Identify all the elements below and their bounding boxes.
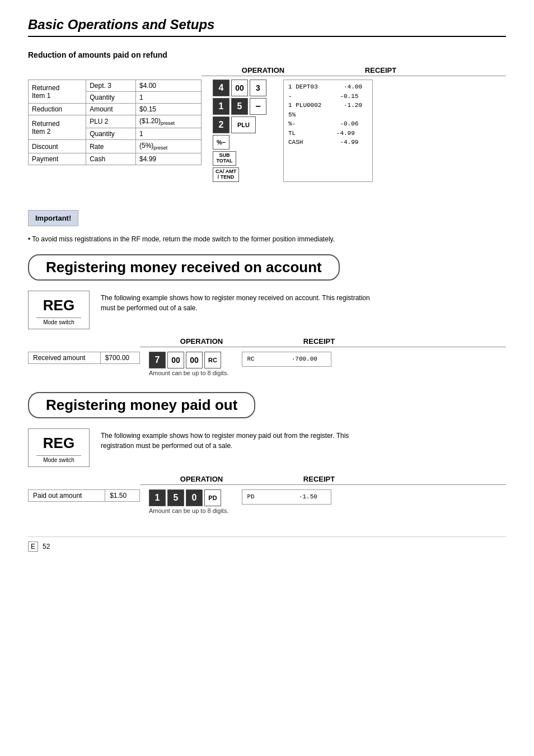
mode-switch-paid: Mode switch (36, 455, 81, 463)
reg-desc-row-paid: REG Mode switch The following example sh… (28, 428, 506, 467)
reg-box-paid: REG Mode switch (28, 428, 90, 467)
reduction-table: ReturnedItem 1 Dept. 3 $4.00 Quantity 1 … (28, 80, 202, 165)
receipt-label: RECEIPT (325, 66, 437, 74)
important-note: • To avoid miss registrations in the RF … (28, 235, 506, 243)
key-7: 7 (149, 352, 166, 368)
page-label: E (28, 542, 38, 552)
reduction-content: ReturnedItem 1 Dept. 3 $4.00 Quantity 1 … (28, 80, 506, 182)
key-rc: RC (204, 352, 221, 368)
key-00a: 00 (167, 352, 184, 368)
key-2: 2 (213, 116, 229, 133)
key-pct-minus: %− (213, 135, 229, 150)
money-received-op-label: OPERATION (140, 337, 263, 346)
reg-label-paid: REG (36, 435, 81, 452)
page-title: Basic Operations and Setups (28, 17, 506, 37)
table-row: Reduction Amount $0.15 (29, 104, 202, 115)
money-paid-op-row: Paid out amount $1.50 1 5 0 PD Amount ca… (28, 489, 506, 514)
amount-note-received: Amount can be up to 8 digits. (149, 370, 228, 376)
key-0-pd: 0 (186, 489, 203, 506)
reg-box-received: REG Mode switch (28, 291, 90, 329)
important-container: Important! • To avoid miss registrations… (28, 199, 506, 243)
important-label: Important! (28, 210, 78, 226)
table-row: Discount Rate (5%)preset (29, 140, 202, 153)
money-paid-table: Paid out amount $1.50 (28, 489, 140, 502)
key-sub-total: SUBTOTAL (213, 151, 236, 166)
money-paid-receipt: PD ·1.50 (242, 489, 331, 505)
reduction-receipt: 1 DEPT03 ·4.00 - -0.15 1 PLU0002 ·1.20 5… (283, 80, 373, 182)
money-received-section: Registering money received on account RE… (28, 254, 506, 376)
money-paid-op-label: OPERATION (140, 475, 263, 483)
table-row: Received amount $700.00 (29, 352, 140, 364)
money-paid-section: Registering money paid out REG Mode swit… (28, 392, 506, 514)
money-received-op-row: Received amount $700.00 7 00 00 RC Amoun… (28, 352, 506, 376)
key-ca-amt-tend: CA/ AMT/ TEND (213, 167, 239, 182)
key-pd: PD (204, 489, 221, 506)
table-row: ReturnedItem 2 PLU 2 ($1.20)preset (29, 115, 202, 128)
key-00b: 00 (186, 352, 203, 368)
money-received-desc: The following example shows how to regis… (101, 291, 381, 313)
reduction-heading: Reduction of amounts paid on refund (28, 50, 506, 59)
reduction-ops: 4 00 3 1 5 − 2 PLU %− (213, 80, 373, 182)
reg-label-received: REG (36, 297, 81, 314)
page-footer: E 52 (28, 536, 506, 552)
page-number: 52 (43, 543, 50, 550)
key-3: 3 (250, 80, 266, 96)
money-received-rc-label: RECEIPT (263, 337, 375, 346)
keypad-area: 4 00 3 1 5 − 2 PLU %− (213, 80, 266, 182)
key-5: 5 (231, 98, 248, 115)
money-received-table: Received amount $700.00 (28, 352, 140, 364)
table-row: Paid out amount $1.50 (29, 490, 140, 502)
table-row: ReturnedItem 1 Dept. 3 $4.00 (29, 80, 202, 92)
money-paid-desc: The following example shows how to regis… (101, 428, 381, 451)
money-received-receipt: RC ·700.00 (242, 352, 331, 367)
money-paid-rc-label: RECEIPT (263, 475, 375, 483)
key-minus: − (250, 98, 266, 115)
table-row: Payment Cash $4.99 (29, 153, 202, 165)
mode-switch-received: Mode switch (36, 318, 81, 325)
key-4: 4 (213, 80, 229, 96)
key-1-pd: 1 (149, 489, 166, 506)
key-00: 00 (231, 80, 248, 96)
key-5-pd: 5 (167, 489, 184, 506)
money-paid-title: Registering money paid out (28, 392, 255, 418)
reg-desc-row-received: REG Mode switch The following example sh… (28, 291, 506, 329)
op-label: OPERATION (202, 66, 325, 74)
money-received-title: Registering money received on account (28, 254, 340, 281)
key-1: 1 (213, 98, 229, 115)
money-paid-keypad: 1 5 0 PD Amount can be up to 8 digits. (149, 489, 228, 514)
reduction-section: Reduction of amounts paid on refund OPER… (28, 50, 506, 182)
money-received-keypad: 7 00 00 RC Amount can be up to 8 digits. (149, 352, 228, 376)
amount-note-paid: Amount can be up to 8 digits. (149, 507, 228, 514)
key-plu: PLU (231, 116, 256, 133)
